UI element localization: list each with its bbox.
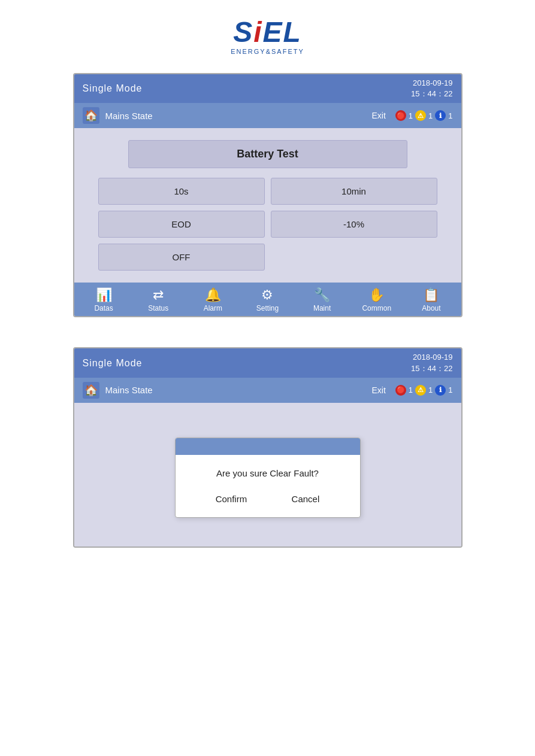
- status-icon-yellow-2: ⚠: [415, 385, 426, 396]
- btn-10min[interactable]: 10min: [271, 178, 437, 205]
- page-title-2: Mains State: [105, 385, 362, 395]
- logo-tagline: ENERGY&SAFETY: [231, 48, 304, 55]
- btn-eod[interactable]: EOD: [98, 211, 265, 238]
- main-content-1: Battery Test 10s 10min EOD -10% OFF: [74, 128, 461, 283]
- status-count-blue-2: 1: [448, 385, 452, 394]
- sub-header-2: 🏠 Mains State Exit 🔴 1 ⚠ 1 ℹ 1: [74, 378, 461, 403]
- status-icons-1: 🔴 1 ⚠ 1 ℹ 1: [395, 110, 453, 121]
- status-icon: ⇄: [153, 287, 164, 303]
- maint-icon: 🔧: [314, 287, 330, 303]
- mode-title-2: Single Mode: [83, 358, 143, 369]
- exit-button-2[interactable]: Exit: [368, 384, 389, 396]
- mode-title-1: Single Mode: [83, 83, 143, 94]
- nav-common-label: Common: [362, 304, 391, 312]
- battery-test-title: Battery Test: [128, 140, 407, 168]
- logo-area: SiEL ENERGY&SAFETY: [231, 18, 304, 55]
- nav-status-label: Status: [148, 304, 168, 312]
- status-icon-red-1: 🔴: [395, 110, 406, 121]
- status-icon-blue-2: ℹ: [435, 385, 446, 396]
- confirm-button[interactable]: Confirm: [205, 490, 258, 508]
- screen-panel-2: Single Mode 2018-09-19 15：44：22 🏠 Mains …: [73, 347, 463, 547]
- nav-setting-label: Setting: [256, 304, 279, 312]
- nav-alarm[interactable]: 🔔 Alarm: [195, 286, 231, 314]
- nav-maint[interactable]: 🔧 Maint: [304, 286, 340, 314]
- nav-about-label: About: [422, 304, 440, 312]
- home-icon[interactable]: 🏠: [83, 107, 99, 124]
- common-icon: ✋: [368, 287, 385, 303]
- status-count-yellow-2: 1: [428, 385, 433, 394]
- btn-minus10pct[interactable]: -10%: [271, 211, 437, 238]
- btn-off[interactable]: OFF: [98, 244, 265, 271]
- nav-datas-label: Datas: [94, 304, 113, 312]
- dialog-buttons: Confirm Cancel: [188, 490, 348, 508]
- home-icon-2[interactable]: 🏠: [83, 382, 99, 399]
- dialog-message: Are you sure Clear Fault?: [188, 468, 348, 478]
- page-title-1: Mains State: [105, 111, 362, 121]
- screen-panel-1: Single Mode 2018-09-19 15：44：22 🏠 Mains …: [73, 73, 463, 317]
- nav-alarm-label: Alarm: [204, 304, 222, 312]
- nav-datas[interactable]: 📊 Datas: [86, 286, 122, 314]
- top-bar-1: Single Mode 2018-09-19 15：44：22: [74, 74, 461, 103]
- nav-bar-1: 📊 Datas ⇄ Status 🔔 Alarm ⚙ Setting 🔧 Mai…: [74, 283, 461, 316]
- brand-logo: SiEL: [233, 18, 302, 47]
- dialog-body: Are you sure Clear Fault? Confirm Cancel: [176, 455, 360, 517]
- status-icon-yellow-1: ⚠: [415, 110, 426, 121]
- status-count-yellow-1: 1: [428, 111, 433, 120]
- dialog-title-bar: [176, 438, 360, 455]
- nav-common[interactable]: ✋ Common: [359, 286, 395, 314]
- cancel-button[interactable]: Cancel: [281, 490, 331, 508]
- nav-setting[interactable]: ⚙ Setting: [249, 286, 285, 314]
- alarm-icon: 🔔: [205, 287, 221, 303]
- status-icon-blue-1: ℹ: [435, 110, 446, 121]
- nav-about[interactable]: 📋 About: [413, 286, 449, 314]
- datetime-2: 2018-09-19 15：44：22: [411, 352, 452, 374]
- datetime-1: 2018-09-19 15：44：22: [411, 78, 452, 99]
- exit-button-1[interactable]: Exit: [368, 110, 389, 122]
- nav-status[interactable]: ⇄ Status: [140, 286, 176, 314]
- top-bar-2: Single Mode 2018-09-19 15：44：22: [74, 348, 461, 377]
- status-count-red-1: 1: [409, 111, 413, 120]
- battery-test-grid: 10s 10min EOD -10% OFF: [92, 178, 443, 271]
- status-count-red-2: 1: [409, 385, 413, 394]
- about-icon: 📋: [423, 287, 439, 303]
- btn-10s[interactable]: 10s: [98, 178, 265, 205]
- status-icons-2: 🔴 1 ⚠ 1 ℹ 1: [395, 385, 453, 396]
- status-icon-red-2: 🔴: [395, 385, 406, 396]
- status-count-blue-1: 1: [448, 111, 452, 120]
- setting-icon: ⚙: [261, 287, 273, 303]
- dialog-box: Are you sure Clear Fault? Confirm Cancel: [175, 438, 361, 518]
- nav-maint-label: Maint: [313, 304, 331, 312]
- datas-icon: 📊: [96, 287, 112, 303]
- dialog-overlay: Are you sure Clear Fault? Confirm Cancel: [74, 403, 461, 546]
- sub-header-1: 🏠 Mains State Exit 🔴 1 ⚠ 1 ℹ 1: [74, 103, 461, 128]
